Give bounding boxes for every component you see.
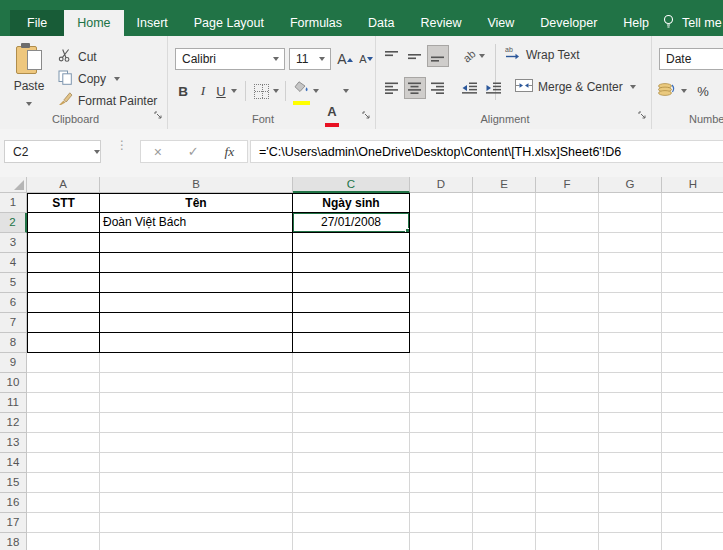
borders-button[interactable] [253,80,270,102]
accounting-caret[interactable] [681,89,687,93]
cell-F5[interactable] [536,273,599,293]
row-header-3[interactable]: 3 [0,233,27,253]
cell-H13[interactable] [662,433,723,453]
cell-E2[interactable] [473,213,536,233]
row-header-18[interactable]: 18 [0,533,27,550]
name-box[interactable]: C2 [4,140,101,163]
cell-G7[interactable] [599,313,662,333]
tab-formulas[interactable]: Formulas [277,10,355,36]
cell-D9[interactable] [410,353,473,373]
cell-F3[interactable] [536,233,599,253]
cell-D10[interactable] [410,373,473,393]
cell-A1[interactable]: STT [27,193,100,213]
cell-D16[interactable] [410,493,473,513]
column-header-H[interactable]: H [662,177,723,193]
tab-developer[interactable]: Developer [527,10,610,36]
cell-H9[interactable] [662,353,723,373]
cell-A4[interactable] [27,253,100,273]
cell-E17[interactable] [473,513,536,533]
cell-F15[interactable] [536,473,599,493]
merge-center-caret[interactable] [630,85,636,89]
cell-F2[interactable] [536,213,599,233]
row-header-14[interactable]: 14 [0,453,27,473]
cell-A18[interactable] [27,533,100,550]
row-header-17[interactable]: 17 [0,513,27,533]
cell-A17[interactable] [27,513,100,533]
cell-F12[interactable] [536,413,599,433]
increase-font-size-button[interactable]: A [335,48,355,70]
row-header-1[interactable]: 1 [0,193,27,213]
decrease-font-size-button[interactable]: A [356,48,376,70]
increase-indent-button[interactable] [483,77,505,99]
cell-H2[interactable] [662,213,723,233]
tab-review[interactable]: Review [407,10,474,36]
fill-color-button[interactable] [293,78,310,100]
cell-B10[interactable] [100,373,293,393]
cell-D15[interactable] [410,473,473,493]
cell-B13[interactable] [100,433,293,453]
cell-H3[interactable] [662,233,723,253]
tab-data[interactable]: Data [355,10,407,36]
fill-color-caret[interactable] [313,89,319,93]
cell-F1[interactable] [536,193,599,213]
number-format-combobox[interactable]: Date [659,48,723,70]
cell-C8[interactable] [293,333,410,353]
cell-G3[interactable] [599,233,662,253]
column-header-F[interactable]: F [536,177,599,193]
orientation-button[interactable]: ab [459,45,489,67]
cell-G13[interactable] [599,433,662,453]
cell-C7[interactable] [293,313,410,333]
percent-style-button[interactable]: % [695,80,711,102]
column-header-A[interactable]: A [27,177,100,193]
row-header-6[interactable]: 6 [0,293,27,313]
cell-F8[interactable] [536,333,599,353]
insert-function-button[interactable]: fx [224,144,234,160]
row-header-13[interactable]: 13 [0,433,27,453]
cell-C11[interactable] [293,393,410,413]
cell-G4[interactable] [599,253,662,273]
underline-dropdown-caret[interactable] [231,89,237,93]
cell-H10[interactable] [662,373,723,393]
row-header-4[interactable]: 4 [0,253,27,273]
cell-H1[interactable] [662,193,723,213]
cell-G2[interactable] [599,213,662,233]
row-header-7[interactable]: 7 [0,313,27,333]
cell-E3[interactable] [473,233,536,253]
cell-D12[interactable] [410,413,473,433]
bold-button[interactable]: B [175,80,191,102]
cell-C4[interactable] [293,253,410,273]
row-header-11[interactable]: 11 [0,393,27,413]
select-all-corner[interactable] [0,177,27,193]
cell-C3[interactable] [293,233,410,253]
cancel-button[interactable]: × [154,144,162,160]
font-dialog-launcher-icon[interactable] [362,106,371,124]
cell-F16[interactable] [536,493,599,513]
cell-E18[interactable] [473,533,536,550]
cell-E10[interactable] [473,373,536,393]
cell-F14[interactable] [536,453,599,473]
clipboard-dialog-launcher-icon[interactable] [154,106,163,124]
cell-F6[interactable] [536,293,599,313]
cell-E7[interactable] [473,313,536,333]
cell-D11[interactable] [410,393,473,413]
borders-dropdown-caret[interactable] [273,89,279,93]
cell-G11[interactable] [599,393,662,413]
tab-file[interactable]: File [10,10,64,36]
cell-D5[interactable] [410,273,473,293]
cell-E14[interactable] [473,453,536,473]
cell-C2[interactable]: 27/01/2008 [293,213,410,233]
row-header-8[interactable]: 8 [0,333,27,353]
cell-A16[interactable] [27,493,100,513]
row-header-5[interactable]: 5 [0,273,27,293]
cell-B14[interactable] [100,453,293,473]
cell-B16[interactable] [100,493,293,513]
row-header-12[interactable]: 12 [0,413,27,433]
cell-G16[interactable] [599,493,662,513]
cell-A12[interactable] [27,413,100,433]
cell-G15[interactable] [599,473,662,493]
tell-me-box[interactable]: Tell me [662,10,723,36]
cell-D17[interactable] [410,513,473,533]
cell-B9[interactable] [100,353,293,373]
cell-D7[interactable] [410,313,473,333]
alignment-dialog-launcher-icon[interactable] [638,106,647,124]
